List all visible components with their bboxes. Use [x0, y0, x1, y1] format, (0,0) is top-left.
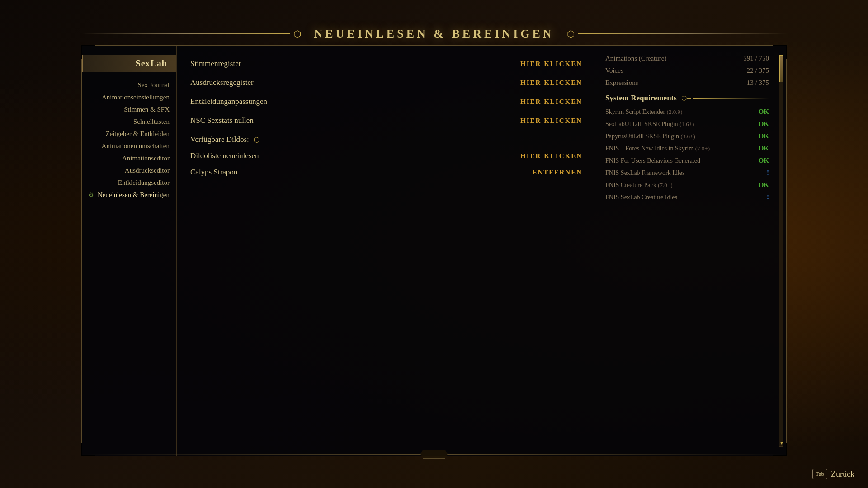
- dildo-item-1: Calyps Strapon ENTFERNEN: [190, 168, 582, 177]
- page-title: NEUEINLESEN & BEREINIGEN: [314, 27, 554, 41]
- sidebar-item-expression-editor[interactable]: Ausdruckseditor: [82, 164, 176, 177]
- req-label-0: Skyrim Script Extender (2.0.9): [605, 108, 682, 116]
- back-key-label: Tab: [812, 469, 827, 479]
- sidebar-header: SexLab: [82, 55, 176, 72]
- dildo-item-btn-0[interactable]: HIER KLICKEN: [520, 152, 582, 160]
- scrollbar-arrow-down[interactable]: ▼: [779, 441, 783, 446]
- stat-row-0: Animations (Creature) 591 / 750: [605, 55, 777, 62]
- stat-label-0: Animations (Creature): [605, 55, 666, 62]
- dildo-item-label-1: Calyps Strapon: [190, 168, 237, 177]
- sidebar-item-hotkeys[interactable]: Schnelltasten: [82, 116, 176, 128]
- sidebar-item-reload[interactable]: ⚙ Neueinlesen & Bereinigen: [82, 189, 176, 201]
- system-req-title: System Requirements: [605, 94, 677, 103]
- sidebar-item-undress-editor[interactable]: Entkleidungseditor: [82, 177, 176, 189]
- req-row-3: FNIS – Fores New Idles in Skyrim (7.0+) …: [605, 145, 777, 152]
- req-status-2: OK: [759, 132, 769, 140]
- title-line-right: [578, 33, 787, 34]
- dildo-section-label: Verfügbare Dildos:: [190, 135, 249, 144]
- req-status-0: OK: [759, 108, 769, 116]
- stat-value-1: 22 / 375: [747, 67, 769, 75]
- stat-value-0: 591 / 750: [743, 55, 769, 62]
- action-btn-3[interactable]: HIER KLICKEN: [520, 117, 582, 125]
- sidebar-item-timer[interactable]: Zeitgeber & Entkleiden: [82, 128, 176, 140]
- stat-row-1: Voices 22 / 375: [605, 67, 777, 75]
- scrollbar[interactable]: ▲ ▼: [779, 55, 783, 447]
- back-button[interactable]: Tab Zurück: [812, 469, 854, 479]
- req-label-1: SexLabUtil.dll SKSE Plugin (1.6+): [605, 121, 694, 128]
- bottom-decoration: [81, 447, 787, 461]
- req-row-5: FNIS SexLab Framework Idles !: [605, 169, 777, 177]
- dildo-item-0: Dildoliste neueinlesen HIER KLICKEN: [190, 151, 582, 160]
- req-label-2: PapyrusUtil.dll SKSE Plugin (3.6+): [605, 133, 695, 140]
- dildo-section-line: [264, 140, 582, 140]
- dildo-expand-icon: ⬡: [254, 136, 260, 144]
- sidebar-item-animations[interactable]: Animationseinstellungen: [82, 91, 176, 103]
- dildo-section: Verfügbare Dildos: ⬡ Dildoliste neueinle…: [190, 135, 582, 177]
- title-line-left: [81, 33, 290, 34]
- title-ornament-left: ⬡: [293, 28, 301, 39]
- middle-panel: Stimmenregister HIER KLICKEN Ausdrucksre…: [177, 46, 596, 456]
- stat-label-1: Voices: [605, 67, 623, 75]
- action-label-2: Entkleidunganpassungen: [190, 97, 267, 106]
- dildo-header: Verfügbare Dildos: ⬡: [190, 135, 582, 144]
- action-btn-2[interactable]: HIER KLICKEN: [520, 98, 582, 106]
- req-row-0: Skyrim Script Extender (2.0.9) OK: [605, 108, 777, 116]
- system-req-line: [693, 98, 769, 99]
- main-panel: SexLab Sex Journal Animationseinstellung…: [81, 45, 787, 456]
- back-label: Zurück: [831, 469, 854, 479]
- req-status-7: !: [767, 193, 769, 201]
- dildo-item-btn-1[interactable]: ENTFERNEN: [532, 169, 582, 176]
- stat-label-2: Expressions: [605, 79, 638, 87]
- corner-decoration-tl: [81, 45, 95, 59]
- req-status-4: OK: [759, 157, 769, 164]
- dildo-item-label-0: Dildoliste neueinlesen: [190, 151, 259, 160]
- title-bar: ⬡ NEUEINLESEN & BEREINIGEN ⬡: [81, 27, 787, 41]
- req-status-3: OK: [759, 145, 769, 152]
- action-label-0: Stimmenregister: [190, 59, 241, 68]
- action-btn-0[interactable]: HIER KLICKEN: [520, 60, 582, 68]
- sidebar-item-reload-label: Neueinlesen & Bereinigen: [98, 191, 170, 199]
- action-btn-1[interactable]: HIER KLICKEN: [520, 79, 582, 87]
- action-row-0: Stimmenregister HIER KLICKEN: [190, 59, 582, 68]
- req-row-1: SexLabUtil.dll SKSE Plugin (1.6+) OK: [605, 120, 777, 128]
- req-row-2: PapyrusUtil.dll SKSE Plugin (3.6+) OK: [605, 132, 777, 140]
- req-row-4: FNIS For Users Behaviors Generated OK: [605, 157, 777, 164]
- bottom-line-left: [81, 454, 420, 455]
- action-row-2: Entkleidunganpassungen HIER KLICKEN: [190, 97, 582, 106]
- req-row-6: FNIS Creature Pack (7.0+) OK: [605, 181, 777, 189]
- req-label-4: FNIS For Users Behaviors Generated: [605, 157, 700, 164]
- scrollbar-thumb[interactable]: [779, 55, 783, 82]
- req-label-7: FNIS SexLab Creature Idles: [605, 194, 677, 201]
- req-status-5: !: [767, 169, 769, 177]
- req-label-5: FNIS SexLab Framework Idles: [605, 169, 684, 177]
- stat-value-2: 13 / 375: [747, 79, 769, 87]
- req-status-6: OK: [759, 181, 769, 189]
- right-panel: Animations (Creature) 591 / 750 Voices 2…: [596, 46, 786, 456]
- system-req-header: System Requirements ⬡─: [605, 94, 777, 103]
- action-row-1: Ausdrucksregegister HIER KLICKEN: [190, 78, 582, 87]
- req-row-7: FNIS SexLab Creature Idles !: [605, 193, 777, 201]
- req-label-3: FNIS – Fores New Idles in Skyrim (7.0+): [605, 145, 710, 152]
- active-indicator-icon: ⚙: [88, 191, 94, 199]
- action-row-3: NSC Sexstats nullen HIER KLICKEN: [190, 116, 582, 125]
- req-label-6: FNIS Creature Pack (7.0+): [605, 182, 673, 189]
- bottom-line-right: [448, 454, 787, 455]
- main-container: ⬡ NEUEINLESEN & BEREINIGEN ⬡ SexLab Sex …: [81, 27, 787, 461]
- sidebar-item-anim-editor[interactable]: Animationseditor: [82, 152, 176, 164]
- sidebar-item-toggle-anim[interactable]: Animationen umschalten: [82, 140, 176, 152]
- req-status-1: OK: [759, 120, 769, 128]
- sidebar-item-sex-journal[interactable]: Sex Journal: [82, 79, 176, 91]
- action-label-1: Ausdrucksregegister: [190, 78, 254, 87]
- sidebar: SexLab Sex Journal Animationseinstellung…: [82, 46, 177, 456]
- sidebar-item-voices[interactable]: Stimmen & SFX: [82, 103, 176, 116]
- action-label-3: NSC Sexstats nullen: [190, 116, 254, 125]
- title-ornament-right: ⬡: [567, 28, 575, 39]
- system-req-icon: ⬡─: [681, 94, 691, 102]
- bottom-ornament: [420, 450, 448, 459]
- stat-row-2: Expressions 13 / 375: [605, 79, 777, 87]
